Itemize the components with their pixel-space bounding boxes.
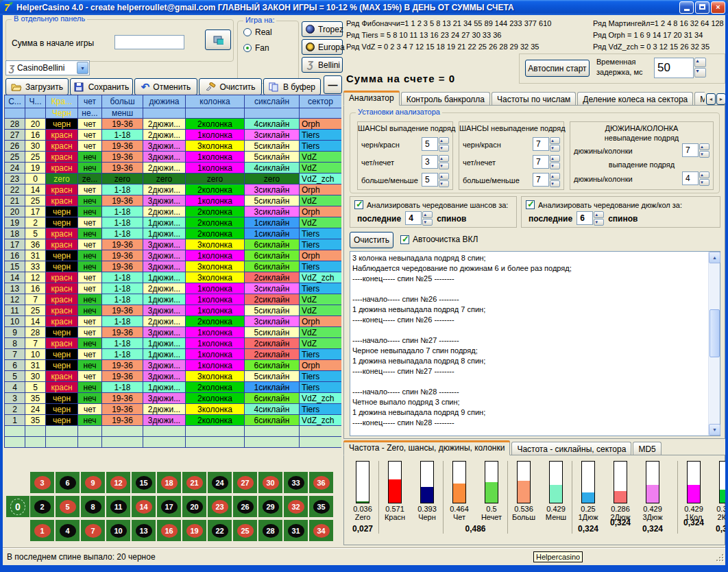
tab-scroll-left-icon[interactable]: ◄: [706, 93, 716, 105]
start-sum-input[interactable]: [114, 35, 184, 49]
analyzer-log[interactable]: 3 колонка невыпадала подряд 8 спин; Набл…: [350, 251, 720, 436]
copy-to-buffer-button[interactable]: В буфер: [263, 78, 321, 95]
spin-up-icon[interactable]: ▲: [439, 155, 449, 162]
autospin-start-button[interactable]: Автоспин старт: [525, 60, 590, 77]
board-cell-12[interactable]: 12: [106, 472, 130, 493]
radio-option-fan[interactable]: Fan: [243, 43, 298, 53]
table-row[interactable]: 631черннеч19-363дюжи...1колонка6сиклайнO…: [5, 360, 342, 371]
europa-button[interactable]: Europa: [302, 39, 343, 55]
board-cell-1[interactable]: 1: [30, 520, 54, 541]
board-cell-30[interactable]: 30: [258, 472, 282, 493]
tab-4[interactable]: MD5: [694, 92, 705, 106]
table-row[interactable]: 928чернчет19-363дюжи...1колонка5сиклайнV…: [5, 327, 342, 338]
collapse-button[interactable]: —: [324, 75, 342, 94]
spin-value[interactable]: 5: [422, 173, 438, 187]
spin-down-icon[interactable]: ▼: [699, 179, 709, 186]
table-row[interactable]: 2716краснчет1-182дюжи...1колонка3сиклайн…: [5, 130, 342, 141]
table-row[interactable]: 127красннеч1-181дюжи...1колонка2сиклайнV…: [5, 294, 342, 305]
spin-value[interactable]: 4: [682, 171, 699, 185]
table-row[interactable]: 2630краснчет19-363дюжи...3колонка5сиклай…: [5, 141, 342, 152]
table-row[interactable]: 2419красннеч19-362дюжи...1колонка4сиклай…: [5, 163, 342, 174]
board-cell-9[interactable]: 9: [81, 472, 105, 493]
board-cell-17[interactable]: 17: [157, 496, 181, 517]
board-cell-22[interactable]: 22: [208, 520, 232, 541]
spin-down-icon[interactable]: ▼: [699, 151, 709, 158]
board-cell-24[interactable]: 24: [208, 472, 232, 493]
spin-down-icon[interactable]: ▼: [422, 219, 433, 226]
board-cell-4[interactable]: 4: [56, 520, 80, 541]
alt1-spinner[interactable]: 4▲▼: [405, 211, 433, 226]
spin-up-icon[interactable]: ▲: [439, 137, 449, 144]
minimize-button[interactable]: [679, 1, 694, 14]
alt2-spinner[interactable]: 6▲▼: [577, 211, 604, 226]
spin-up-icon[interactable]: ▲: [699, 143, 709, 150]
board-cell-31[interactable]: 31: [284, 520, 308, 541]
table-row[interactable]: 185красннеч1-181дюжи...2колонка1сиклайнT…: [5, 228, 342, 239]
close-button[interactable]: ×: [711, 1, 725, 14]
undo-button[interactable]: ↶ Отменить: [134, 78, 197, 95]
alternation-chances-checkbox[interactable]: ✓: [354, 200, 363, 209]
spin-down-icon[interactable]: ▼: [550, 163, 560, 169]
freq-tab-1[interactable]: Частота - сиклайны, сектора: [511, 442, 631, 455]
freq-tab-0[interactable]: Частота - Zero, шансы, дюжины, колонки: [343, 440, 510, 455]
spin-down-icon[interactable]: ▼: [550, 145, 560, 152]
spin-down-icon[interactable]: ▼: [439, 145, 449, 152]
scroll-thumb[interactable]: [709, 309, 720, 357]
p1-row2-spinner[interactable]: 3▲▼: [422, 155, 449, 169]
table-row[interactable]: 2017черннеч1-182дюжи...2колонка3сиклайнO…: [5, 206, 342, 217]
load-button[interactable]: Загрузить: [5, 78, 69, 95]
board-cell-33[interactable]: 33: [284, 472, 308, 493]
board-cell-8[interactable]: 8: [81, 496, 105, 517]
p3-row1-spinner[interactable]: 7▲▼: [682, 143, 709, 158]
scroll-down-icon[interactable]: ▼: [709, 424, 720, 436]
dropdown-arrow-icon[interactable]: ▼: [77, 62, 88, 74]
table-row[interactable]: 2525красннеч19-363дюжи...1колонка5сиклай…: [5, 152, 342, 163]
casino-combobox[interactable]: Ʒ CasinoBellini ▼: [5, 60, 90, 75]
freq-tab-2[interactable]: MD5: [633, 442, 661, 455]
board-cell-7[interactable]: 7: [81, 520, 105, 541]
spin-up-icon[interactable]: ▲: [550, 137, 560, 144]
spin-value[interactable]: 7: [682, 143, 699, 157]
board-cell-28[interactable]: 28: [258, 520, 282, 541]
spin-value[interactable]: 6: [577, 211, 593, 225]
spin-up-icon[interactable]: ▲: [699, 171, 709, 178]
table-row[interactable]: 2214краснчет1-182дюжи...2колонка3сиклайн…: [5, 184, 342, 195]
p1-row3-spinner[interactable]: 5▲▼: [422, 173, 449, 187]
board-cell-26[interactable]: 26: [233, 496, 257, 517]
table-row[interactable]: 1125красннеч19-363дюжи...1колонка5сиклай…: [5, 305, 342, 316]
tab-2[interactable]: Частоты по числам: [492, 92, 576, 106]
board-cell-21[interactable]: 21: [182, 472, 206, 493]
spin-up-icon[interactable]: ▲: [594, 211, 604, 218]
maximize-button[interactable]: [695, 1, 709, 14]
board-cell-29[interactable]: 29: [258, 496, 282, 517]
table-row[interactable]: 1736краснчет19-363дюжи...3колонка6сиклай…: [5, 239, 342, 250]
table-row[interactable]: 335черннеч19-363дюжи...2колонка6сиклайнV…: [5, 393, 342, 404]
spin-value[interactable]: 4: [405, 211, 422, 225]
p3-row2-spinner[interactable]: 4▲▼: [682, 171, 709, 186]
spin-down-icon[interactable]: ▼: [594, 219, 604, 226]
board-cell-13[interactable]: 13: [132, 520, 156, 541]
spin-down-icon[interactable]: ▼: [694, 68, 706, 78]
tab-1[interactable]: Контроль банкролла: [401, 92, 490, 106]
board-cell-20[interactable]: 20: [182, 496, 206, 517]
table-row[interactable]: 530краснчет19-363дюжи...3колонка5сиклайн…: [5, 371, 342, 382]
spin-down-icon[interactable]: ▼: [439, 180, 449, 187]
radio-option-real[interactable]: Real: [243, 27, 298, 37]
board-cell-36[interactable]: 36: [309, 472, 333, 493]
board-cell-27[interactable]: 27: [233, 472, 257, 493]
tab-0[interactable]: Анализатор: [343, 91, 400, 106]
board-cell-3[interactable]: 3: [30, 472, 54, 493]
spin-up-icon[interactable]: ▲: [694, 58, 706, 67]
table-row[interactable]: 710чернчет1-181дюжи...1колонка2сиклайнTi…: [5, 349, 342, 360]
spin-value[interactable]: 50: [654, 58, 694, 78]
log-scrollbar[interactable]: ▲ ▼: [708, 252, 720, 436]
board-cell-23[interactable]: 23: [208, 496, 232, 517]
p1-row1-spinner[interactable]: 5▲▼: [422, 137, 449, 152]
table-row[interactable]: 2125красннеч19-363дюжи...1колонка5сиклай…: [5, 195, 342, 206]
table-row[interactable]: 1631черннеч19-363дюжи...1колонка6сиклайн…: [5, 250, 342, 261]
table-row[interactable]: 87красннеч1-181дюжи...1колонка2сиклайнVd…: [5, 338, 342, 349]
spin-value[interactable]: 3: [422, 155, 438, 169]
board-cell-34[interactable]: 34: [309, 520, 333, 541]
scroll-up-icon[interactable]: ▲: [709, 252, 720, 263]
p2-row2-spinner[interactable]: 7▲▼: [533, 155, 560, 169]
